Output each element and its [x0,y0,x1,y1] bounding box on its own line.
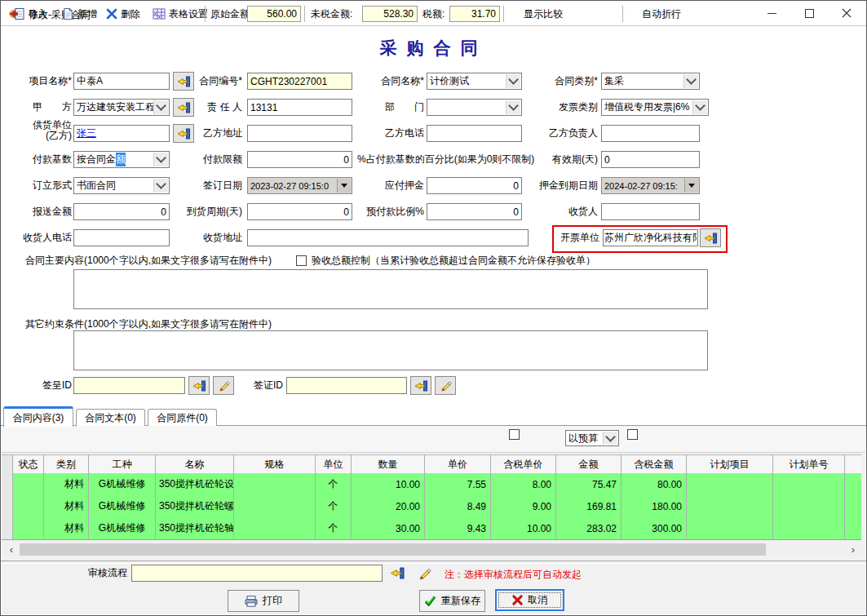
cell-price[interactable]: 8.49 [425,495,491,517]
cell-plan-no[interactable] [773,473,845,495]
table-row[interactable]: 材料 G机械维修 350搅拌机砼轮设 个 10.00 7.55 8.00 75.… [2,473,861,496]
sign-report-browse-button[interactable] [188,376,210,395]
contract-no-input[interactable] [247,73,352,90]
party-b-phone-input[interactable] [427,125,522,142]
visa-id-input[interactable] [286,377,407,394]
table-row[interactable]: 材料 G机械维修 350搅拌机砼轮轴 个 30.00 9.43 10.00 28… [2,517,861,540]
payment-base-select[interactable]: 按合同金额 [73,151,170,168]
table-settings-button[interactable]: 表格设置 [150,4,210,24]
col-header-amount[interactable]: 金额 [556,455,621,474]
payment-limit-input[interactable] [247,151,352,168]
show-compare-checkbox[interactable] [509,429,520,440]
cell-plan-item[interactable] [687,495,773,517]
consignee-phone-input[interactable] [73,229,170,246]
scrollbar-thumb[interactable] [20,543,766,556]
cell-status[interactable] [13,517,44,539]
cell-spec[interactable] [234,517,316,539]
compare-mode-select[interactable]: 以预算 [565,430,619,446]
col-header-trade[interactable]: 工种 [89,455,156,474]
party-b-leader-input[interactable] [601,125,700,142]
col-header-qty[interactable]: 数量 [352,455,425,474]
row-indicator[interactable] [2,473,13,495]
cell-price-taxed[interactable]: 10.00 [491,517,556,539]
contract-form-select[interactable]: 书面合同 [73,177,170,194]
person-in-charge-input[interactable] [247,99,352,116]
deposit-expire-picker[interactable]: 2024-02-27 09:15: [601,177,700,194]
invoice-unit-input[interactable] [603,229,698,246]
sign-report-id-input[interactable] [73,377,185,394]
acceptance-control-checkbox[interactable] [296,255,307,266]
cell-plan-no[interactable] [773,517,845,539]
col-header-plan-item[interactable]: 计划项目 [687,455,773,474]
cell-amount-taxed[interactable]: 300.00 [621,517,687,539]
review-flow-browse-icon[interactable] [390,567,405,579]
cell-spec[interactable] [234,495,316,517]
main-content-textarea[interactable] [73,269,708,309]
cell-price-taxed[interactable]: 8.00 [491,473,556,495]
print-button[interactable]: 打印 [228,590,299,612]
sign-report-edit-button[interactable] [213,376,234,395]
col-header-price[interactable]: 单价 [425,455,491,474]
cell-category[interactable]: 材料 [44,473,89,495]
cell-category[interactable]: 材料 [44,517,89,539]
close-button[interactable] [828,1,865,25]
delete-button[interactable]: 删除 [104,4,143,24]
row-indicator[interactable] [2,495,13,517]
cell-trade[interactable]: G机械维修 [89,495,156,517]
sign-date-picker[interactable]: 2023-02-27 09:15:0 [247,177,352,194]
cell-price-taxed[interactable]: 9.00 [491,495,556,517]
resave-button[interactable]: 重新保存 [419,590,485,612]
cell-plan-item[interactable] [687,473,773,495]
cell-unit[interactable]: 个 [316,495,352,517]
cell-name[interactable]: 350搅拌机砼轮轴 [156,517,234,539]
cell-qty[interactable]: 30.00 [352,517,425,539]
visa-browse-button[interactable] [410,376,431,395]
cell-name[interactable]: 350搅拌机砼轮螺 [156,495,234,517]
cell-unit[interactable]: 个 [316,473,352,495]
deposit-payable-input[interactable] [427,177,522,194]
contract-type-select[interactable]: 集采 [601,73,700,90]
project-name-input[interactable] [73,73,170,90]
party-b-address-input[interactable] [247,125,352,142]
invoice-type-select[interactable]: 增值税专用发票|6% [601,99,709,116]
scroll-right-arrow[interactable]: › [847,543,860,556]
cell-price[interactable]: 9.43 [425,517,491,539]
review-flow-input[interactable] [131,565,383,582]
validity-days-input[interactable] [601,151,700,168]
col-header-status[interactable]: 状态 [13,455,44,474]
scroll-left-arrow[interactable]: ‹ [5,543,18,556]
cell-price[interactable]: 7.55 [425,473,491,495]
cell-amount[interactable]: 75.47 [556,473,621,495]
tab-contract-content[interactable]: 合同内容(3) [3,406,73,427]
auto-wrap-checkbox[interactable] [627,429,638,440]
dropdown-arrow-icon[interactable] [684,179,698,193]
prepay-percent-input[interactable] [427,203,522,220]
tab-contract-text[interactable]: 合同文本(0) [76,409,145,426]
col-header-category[interactable]: 类别 [44,455,89,474]
cell-amount-taxed[interactable]: 180.00 [621,495,687,517]
visa-edit-button[interactable] [435,376,456,395]
cell-amount-taxed[interactable]: 80.00 [621,473,687,495]
cancel-button[interactable]: 取消 [495,589,564,611]
col-header-price-taxed[interactable]: 含税单价 [491,455,556,474]
maximize-button[interactable] [790,1,828,25]
add-button[interactable]: 新增 [60,4,100,24]
col-header-plan-no[interactable]: 计划单号 [773,455,845,474]
party-a-select[interactable]: 万达建筑安装工程有 [73,99,170,116]
supplier-input[interactable]: 张三 [73,125,170,142]
cell-plan-item[interactable] [687,517,773,539]
col-header-name[interactable]: 名称 [156,455,234,474]
tab-contract-original[interactable]: 合同原件(0) [148,409,217,426]
cell-status[interactable] [13,495,44,517]
delivery-days-input[interactable] [247,203,352,220]
cell-unit[interactable]: 个 [316,517,352,539]
cell-qty[interactable]: 20.00 [352,495,425,517]
minimize-button[interactable] [753,1,790,25]
delivery-address-input[interactable] [247,229,529,246]
cell-amount[interactable]: 283.02 [556,517,621,539]
consignee-input[interactable] [601,203,700,220]
cell-category[interactable]: 材料 [44,495,89,517]
department-select[interactable] [427,99,522,116]
col-header-amount-taxed[interactable]: 含税金额 [621,455,687,474]
cell-trade[interactable]: G机械维修 [89,473,156,495]
